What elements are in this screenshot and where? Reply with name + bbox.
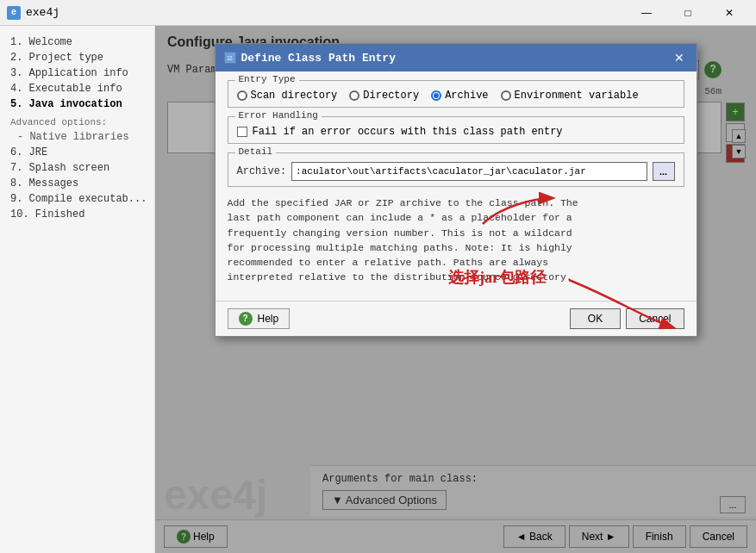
- description-line3: frequently changing version number. This…: [228, 227, 572, 239]
- dialog-title-text: ☑ Define Class Path Entry: [224, 52, 396, 65]
- main-container: 1. Welcome 2. Project type 3. Applicatio…: [0, 26, 756, 553]
- app-title: exe4j: [26, 6, 59, 19]
- error-checkbox[interactable]: [237, 127, 247, 137]
- radio-scan-dir-input[interactable]: [237, 90, 247, 101]
- error-handling-section: Error Handling Fail if an error occurs w…: [228, 116, 684, 144]
- error-checkbox-label: Fail if an error occurs with this class …: [253, 126, 563, 138]
- radio-env-input[interactable]: [501, 90, 511, 101]
- entry-type-label: Entry Type: [235, 74, 299, 84]
- dialog-body: Entry Type Scan directory Directory: [216, 71, 697, 301]
- sidebar-item-splash[interactable]: 7. Splash screen: [0, 160, 154, 176]
- sidebar-item-java-inv[interactable]: 5. Java invocation: [0, 96, 154, 112]
- entry-type-section: Entry Type Scan directory Directory: [228, 80, 684, 108]
- sidebar-item-app-info[interactable]: 3. Application info: [0, 65, 154, 81]
- radio-env-variable[interactable]: Environment variable: [501, 90, 639, 102]
- browse-button[interactable]: ...: [653, 162, 675, 181]
- detail-section: Detail Archive: ...: [228, 152, 684, 187]
- error-checkbox-row: Fail if an error occurs with this class …: [237, 122, 675, 138]
- radio-directory-input[interactable]: [349, 90, 359, 101]
- radio-archive[interactable]: Archive: [431, 90, 488, 102]
- sidebar-item-exe-info[interactable]: 4. Executable info: [0, 81, 154, 96]
- radio-directory[interactable]: Directory: [349, 90, 419, 102]
- modal-overlay: ☑ Define Class Path Entry ✕ Entry Type S…: [155, 26, 756, 553]
- sidebar-item-jre[interactable]: 6. JRE: [0, 145, 154, 160]
- sidebar-item-project-type[interactable]: 2. Project type: [0, 50, 154, 65]
- sidebar-item-messages[interactable]: 8. Messages: [0, 176, 154, 191]
- sidebar-item-finished[interactable]: 10. Finished: [0, 207, 154, 222]
- archive-row: Archive: ...: [237, 158, 675, 181]
- sidebar-item-native-lib[interactable]: - Native libraries: [0, 129, 154, 145]
- content-area: Configure Java invocation VM Parameters:…: [155, 26, 756, 553]
- dialog-title-icon: ☑: [224, 52, 236, 64]
- help-icon-dialog: ?: [239, 312, 253, 326]
- radio-scan-dir[interactable]: Scan directory: [237, 90, 338, 102]
- radio-archive-input[interactable]: [431, 90, 441, 101]
- dialog-cancel-button[interactable]: Cancel: [626, 308, 684, 329]
- app-icon: e: [7, 6, 21, 20]
- radio-row: Scan directory Directory Archive: [237, 86, 675, 102]
- dialog-ok-button[interactable]: OK: [570, 308, 621, 329]
- description-line1: Add the specified JAR or ZIP archive to …: [228, 197, 578, 208]
- error-handling-label: Error Handling: [235, 110, 322, 121]
- description-line2: last path component can include a * as a…: [228, 212, 572, 223]
- sidebar-item-welcome[interactable]: 1. Welcome: [0, 34, 154, 50]
- sidebar-advanced-label: Advanced options:: [0, 115, 154, 129]
- minimize-button[interactable]: —: [627, 0, 666, 26]
- dialog-help-button[interactable]: ? Help: [228, 308, 291, 329]
- detail-section-label: Detail: [235, 146, 277, 157]
- description-line6: interpreted relative to the distribution…: [228, 271, 572, 283]
- title-bar-left: e exe4j: [7, 6, 59, 20]
- description-line5: recommended to enter a relative path. Pa…: [228, 257, 549, 268]
- maximize-button[interactable]: □: [668, 0, 708, 26]
- title-bar-controls: — □ ✕: [627, 0, 749, 26]
- sidebar: 1. Welcome 2. Project type 3. Applicatio…: [0, 26, 155, 553]
- archive-label: Archive:: [237, 165, 287, 177]
- description-line4: for processing multiple matching paths. …: [228, 242, 572, 253]
- dialog-title-bar: ☑ Define Class Path Entry ✕: [216, 44, 697, 71]
- sidebar-item-compile[interactable]: 9. Compile executab...: [0, 191, 154, 207]
- dialog-close-button[interactable]: ✕: [671, 49, 688, 66]
- define-classpath-dialog: ☑ Define Class Path Entry ✕ Entry Type S…: [215, 43, 697, 337]
- archive-input[interactable]: [291, 162, 647, 181]
- dialog-footer: ? Help OK Cancel: [216, 301, 697, 336]
- description-text: Add the specified JAR or ZIP archive to …: [228, 196, 684, 285]
- title-bar: e exe4j — □ ✕: [0, 0, 756, 26]
- close-button[interactable]: ✕: [709, 0, 749, 26]
